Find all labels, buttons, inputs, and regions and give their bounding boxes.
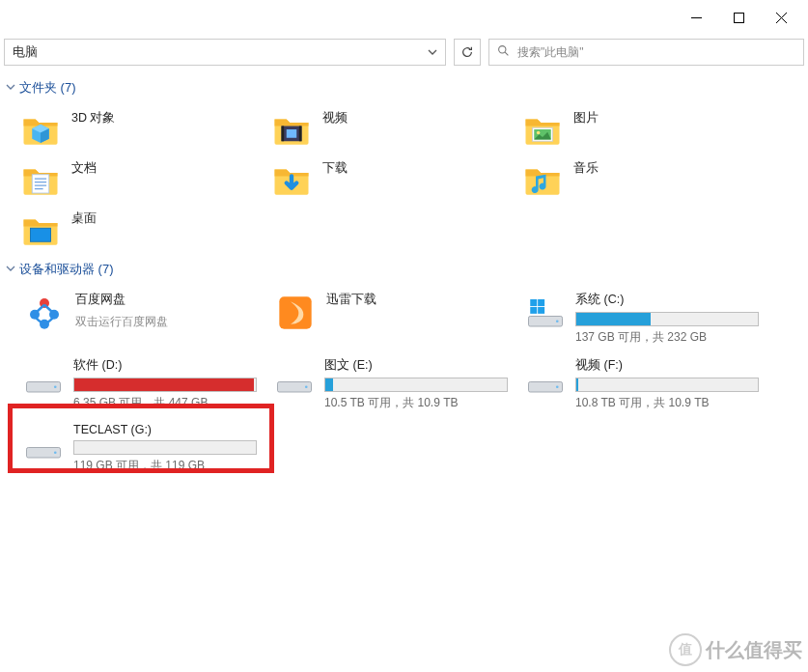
group-header-drives[interactable]: 设备和驱动器 (7) <box>2 255 806 286</box>
svg-point-41 <box>54 451 57 454</box>
chevron-down-icon <box>6 264 15 275</box>
xunlei-icon <box>274 292 317 334</box>
svg-point-39 <box>556 385 559 388</box>
drive-e-tuwen[interactable]: 图文 (E:) 10.5 TB 可用，共 10.9 TB <box>270 351 521 417</box>
minimize-button[interactable] <box>675 3 717 32</box>
capacity-text: 10.8 TB 可用，共 10.9 TB <box>575 392 759 411</box>
capacity-bar <box>575 378 759 392</box>
system-drive-icon <box>525 292 566 334</box>
drive-icon <box>23 423 64 465</box>
svg-rect-30 <box>530 299 537 306</box>
folder-videos[interactable]: 视频 <box>270 104 521 154</box>
breadcrumb-path: 电脑 <box>13 43 38 61</box>
folder-icon <box>521 108 564 151</box>
this-pc-content: 文件夹 (7) 3D 对象 视频 图片 文档 <box>0 70 808 483</box>
svg-rect-33 <box>538 307 544 314</box>
svg-rect-12 <box>287 129 297 138</box>
folder-icon <box>270 108 313 151</box>
group-header-label: 设备和驱动器 (7) <box>19 261 114 278</box>
drives-grid: 百度网盘 双击运行百度网盘 迅雷下载 系统 (C:) 137 GB 可用，共 2… <box>2 286 806 483</box>
drive-label: TECLAST (G:) <box>73 423 257 440</box>
folder-label: 桌面 <box>71 209 97 227</box>
search-placeholder: 搜索"此电脑" <box>517 44 584 61</box>
drive-xunlei[interactable]: 迅雷下载 <box>270 286 521 351</box>
svg-rect-21 <box>31 228 51 241</box>
capacity-text: 6.35 GB 可用，共 447 GB <box>73 392 257 411</box>
folder-icon <box>270 158 313 201</box>
search-icon <box>497 44 510 60</box>
search-input[interactable]: 搜索"此电脑" <box>488 39 804 66</box>
drive-f-video[interactable]: 视频 (F:) 10.8 TB 可用，共 10.9 TB <box>521 351 772 417</box>
drive-label: 图文 (E:) <box>324 357 508 378</box>
window-title-bar <box>0 0 808 35</box>
watermark-badge: 值 <box>669 633 702 666</box>
svg-point-4 <box>499 46 506 53</box>
folder-label: 视频 <box>322 108 348 126</box>
close-button[interactable] <box>760 3 802 32</box>
group-header-label: 文件夹 (7) <box>19 79 76 97</box>
group-header-folders[interactable]: 文件夹 (7) <box>2 73 806 104</box>
svg-rect-32 <box>530 307 537 314</box>
svg-rect-16 <box>32 175 49 193</box>
drive-subtitle: 双击运行百度网盘 <box>75 312 249 330</box>
capacity-text: 119 GB 可用，共 119 GB <box>73 455 257 474</box>
folder-label: 图片 <box>573 108 599 126</box>
svg-rect-10 <box>282 126 285 142</box>
drive-label: 迅雷下载 <box>326 292 500 312</box>
maximize-button[interactable] <box>717 3 760 32</box>
folder-icon <box>19 108 62 151</box>
folder-icon <box>19 209 62 251</box>
drive-label: 软件 (D:) <box>73 357 257 378</box>
folder-desktop[interactable]: 桌面 <box>19 205 270 255</box>
folder-downloads[interactable]: 下载 <box>270 154 521 205</box>
svg-point-15 <box>537 131 541 135</box>
capacity-text: 137 GB 可用，共 232 GB <box>575 326 759 346</box>
drive-label: 百度网盘 <box>75 292 249 312</box>
svg-rect-27 <box>279 296 311 328</box>
chevron-down-icon <box>6 82 15 94</box>
drive-label: 系统 (C:) <box>575 292 759 312</box>
drive-g-teclast[interactable]: TECLAST (G:) 119 GB 可用，共 119 GB <box>19 417 270 483</box>
svg-point-37 <box>305 385 308 388</box>
folders-grid: 3D 对象 视频 图片 文档 下载 <box>2 104 806 255</box>
address-bar-row: 电脑 搜索"此电脑" <box>0 35 808 70</box>
capacity-bar <box>73 440 257 455</box>
drive-icon <box>23 357 64 400</box>
folder-documents[interactable]: 文档 <box>19 154 270 205</box>
folder-3d-objects[interactable]: 3D 对象 <box>19 104 270 154</box>
svg-rect-1 <box>734 13 743 22</box>
baidu-icon <box>23 292 66 334</box>
watermark: 值 什么值得买 <box>669 633 802 666</box>
capacity-bar <box>575 312 759 326</box>
svg-point-35 <box>54 385 57 388</box>
drive-label: 视频 (F:) <box>575 357 759 378</box>
folder-pictures[interactable]: 图片 <box>521 104 772 154</box>
capacity-bar <box>73 378 257 392</box>
folder-label: 音乐 <box>573 158 599 177</box>
svg-point-29 <box>556 320 559 322</box>
folder-icon <box>521 158 564 201</box>
watermark-text: 什么值得买 <box>706 637 802 663</box>
svg-line-5 <box>505 52 508 55</box>
folder-label: 3D 对象 <box>71 108 115 126</box>
chevron-down-icon[interactable] <box>428 45 437 60</box>
drive-icon <box>525 357 566 400</box>
refresh-button[interactable] <box>454 39 481 66</box>
folder-label: 文档 <box>71 158 97 177</box>
drive-icon <box>274 357 315 400</box>
drive-baidu-netdisk[interactable]: 百度网盘 双击运行百度网盘 <box>19 286 270 351</box>
breadcrumb[interactable]: 电脑 <box>4 39 446 66</box>
svg-rect-31 <box>538 299 544 306</box>
folder-label: 下载 <box>322 158 348 177</box>
folder-music[interactable]: 音乐 <box>521 154 772 205</box>
folder-icon <box>19 158 62 201</box>
drive-c-system[interactable]: 系统 (C:) 137 GB 可用，共 232 GB <box>521 286 772 351</box>
svg-rect-11 <box>299 126 302 142</box>
drive-d-software[interactable]: 软件 (D:) 6.35 GB 可用，共 447 GB <box>19 351 270 417</box>
capacity-text: 10.5 TB 可用，共 10.9 TB <box>324 392 508 411</box>
capacity-bar <box>324 378 508 392</box>
